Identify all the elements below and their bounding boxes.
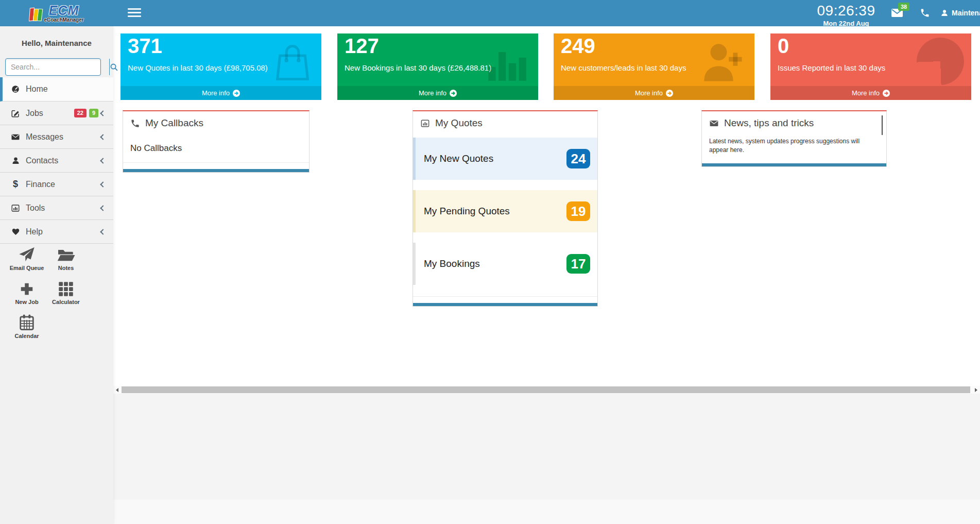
sidebar-item-help[interactable]: Help [0, 220, 113, 244]
grid-icon [48, 279, 83, 297]
sidebar-shortcuts: Email Queue Notes New Job Calculator Cal… [9, 245, 97, 347]
chevron-left-icon [100, 110, 106, 116]
messages-menu-button[interactable]: 38 [891, 8, 903, 18]
edit-icon [10, 109, 21, 118]
stat-label: New Bookings in last 30 days (£26,488.81… [345, 63, 491, 72]
panel-vertical-scrollbar[interactable] [882, 115, 883, 135]
envelope-icon [10, 132, 21, 142]
panel-scrollbar[interactable] [702, 163, 886, 166]
sidebar: Hello, Maintenance Home Jobs 22 9 [0, 26, 113, 524]
scroll-left-button[interactable] [113, 386, 121, 394]
logo-subtitle: eCoachManager [44, 18, 83, 23]
quotes-row-new-quotes[interactable]: My New Quotes 24 [413, 138, 597, 180]
user-icon [940, 9, 949, 17]
sidebar-item-tools[interactable]: Tools [0, 196, 113, 220]
plus-icon [9, 279, 44, 297]
jobs-badge-green: 9 [89, 109, 98, 117]
sidebar-item-label: Tools [26, 204, 45, 213]
shortcut-calculator[interactable]: Calculator [48, 279, 83, 305]
envelope-icon [709, 119, 719, 128]
panel-news: News, tips and tricks Latest news, syste… [701, 110, 887, 167]
panel-scrollbar[interactable] [123, 169, 309, 172]
sidebar-toggle-button[interactable] [128, 8, 141, 18]
more-info-label: More info [419, 89, 446, 97]
paper-plane-icon [9, 245, 44, 263]
chevron-left-icon [100, 205, 106, 211]
panel-title: My Quotes [435, 117, 483, 129]
stat-value: 371 [128, 35, 162, 58]
quotes-row-label: My New Quotes [424, 153, 493, 164]
shortcut-email-queue[interactable]: Email Queue [9, 245, 44, 271]
more-info-link[interactable]: More info [770, 86, 971, 100]
scroll-right-button[interactable] [972, 386, 980, 394]
shortcut-notes[interactable]: Notes [48, 245, 83, 271]
more-info-link[interactable]: More info [121, 86, 321, 100]
panel-my-callbacks: My Callbacks No Callbacks [123, 110, 310, 173]
clock-time: 09:26:39 [807, 3, 885, 19]
count-badge: 17 [566, 254, 590, 274]
more-info-label: More info [635, 89, 663, 97]
panel-my-quotes: My Quotes My New Quotes 24 My Pending Qu… [412, 110, 598, 307]
heart-icon [10, 227, 21, 236]
sidebar-item-finance[interactable]: $ Finance [0, 173, 113, 196]
pie-chart-icon [917, 38, 964, 85]
more-info-link[interactable]: More info [554, 86, 754, 100]
logo-title: ECM [49, 4, 79, 17]
shortcut-new-job[interactable]: New Job [9, 279, 44, 305]
stat-card-new-customers: 249 New customers/leads in last 30 days … [554, 33, 754, 100]
sidebar-item-contacts[interactable]: Contacts [0, 149, 113, 173]
callbacks-empty-text: No Callbacks [130, 143, 182, 154]
app-logo[interactable]: ECM eCoachManager [0, 0, 113, 26]
panel-title: News, tips and tricks [724, 117, 814, 129]
clock-date: Mon 22nd Aug [807, 20, 885, 27]
quotes-row-bookings[interactable]: My Bookings 17 [413, 243, 597, 285]
chart-box-icon [420, 119, 430, 128]
folder-open-icon [48, 245, 83, 263]
stat-card-new-bookings: 127 New Bookings in last 30 days (£26,48… [337, 33, 538, 100]
shortcut-label: Calendar [9, 333, 44, 339]
search-icon [110, 63, 118, 72]
sidebar-menu: Home Jobs 22 9 Messages Contacts [0, 77, 113, 244]
sidebar-item-jobs[interactable]: Jobs 22 9 [0, 102, 113, 125]
shortcut-label: Email Queue [9, 265, 44, 271]
user-menu-label: Maintenance [952, 9, 980, 17]
search-input[interactable] [6, 59, 109, 75]
horizontal-scrollbar [113, 386, 980, 394]
triangle-right-icon [975, 388, 977, 392]
content-lower-area [113, 394, 980, 500]
user-plus-icon [698, 38, 747, 88]
panel-footer-divider [413, 296, 597, 303]
chevron-left-icon [100, 181, 106, 187]
quotes-row-label: My Bookings [424, 258, 480, 269]
more-info-label: More info [202, 89, 230, 97]
jobs-badge-red: 22 [74, 109, 87, 117]
count-badge: 19 [566, 201, 590, 221]
more-info-link[interactable]: More info [337, 86, 538, 100]
panel-scrollbar[interactable] [413, 303, 597, 306]
calendar-icon [9, 313, 44, 331]
sidebar-item-label: Home [26, 84, 48, 94]
stat-value: 0 [778, 35, 789, 58]
user-menu-button[interactable]: Maintenance [940, 8, 980, 18]
top-navbar: ECM eCoachManager 09:26:39 Mon 22nd Aug … [0, 0, 980, 26]
quotes-row-pending-quotes[interactable]: My Pending Quotes 19 [413, 190, 597, 232]
stat-label: New customers/leads in last 30 days [561, 63, 686, 72]
phone-icon [130, 119, 140, 128]
arrow-circle-right-icon [666, 90, 673, 97]
sidebar-item-label: Contacts [26, 156, 58, 165]
sidebar-item-messages[interactable]: Messages [0, 125, 113, 149]
dollar-icon: $ [10, 179, 21, 190]
dashboard-icon [10, 84, 21, 94]
scrollbar-thumb[interactable] [122, 386, 970, 393]
sidebar-item-label: Help [26, 227, 43, 236]
search-button[interactable] [109, 59, 118, 75]
shortcut-calendar[interactable]: Calendar [9, 313, 44, 339]
logo-books-icon [29, 6, 42, 21]
chevron-left-icon [100, 229, 106, 234]
chart-box-icon [10, 204, 21, 213]
triangle-left-icon [116, 388, 118, 392]
phone-menu-button[interactable] [920, 8, 930, 18]
sidebar-item-home[interactable]: Home [0, 77, 113, 102]
shortcut-label: Notes [48, 265, 83, 271]
panel-title: My Callbacks [145, 117, 203, 129]
